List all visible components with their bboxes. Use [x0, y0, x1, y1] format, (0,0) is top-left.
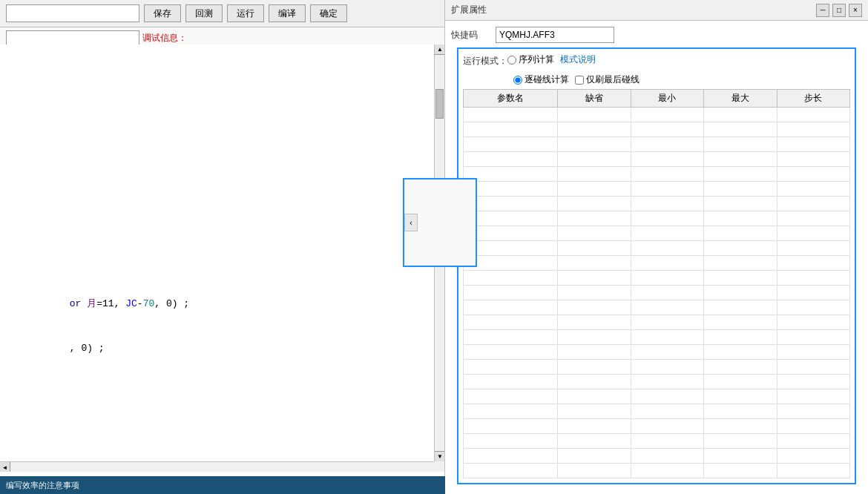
table-row: [464, 330, 850, 345]
scroll-left-arrow[interactable]: ◄: [0, 462, 10, 472]
table-row: [464, 375, 850, 389]
table-row: [464, 122, 850, 137]
sequential-label: 序列计算: [519, 53, 554, 66]
confirm-button[interactable]: 确定: [310, 4, 347, 22]
last-bar-checkbox[interactable]: [575, 76, 584, 85]
right-titlebar: 扩展属性 ─ □ ×: [445, 0, 868, 21]
col-step: 步长: [777, 90, 849, 108]
table-header-row: 参数名 缺省 最小 最大 步长: [464, 90, 850, 108]
left-arrow-icon: ‹: [410, 219, 412, 227]
table-row: [464, 182, 850, 197]
run-button[interactable]: 运行: [227, 4, 264, 22]
table-body: [464, 108, 850, 478]
right-panel: 扩展属性 ─ □ × 快捷码 运行模式： 序列计算: [445, 0, 868, 494]
run-mode-radio-group: 序列计算 模式说明: [507, 53, 596, 66]
code-comma-zero: , 0) ;: [154, 298, 189, 309]
collapse-arrow-btn[interactable]: ‹: [404, 214, 418, 231]
table-row: [464, 167, 850, 182]
table-row: [464, 108, 850, 122]
debug-input[interactable]: [6, 30, 139, 45]
scroll-down-arrow[interactable]: ▼: [435, 451, 444, 461]
left-panel: 保存 回测 运行 编译 确定 调试信息： or 月=11, JC-70, 0) …: [0, 0, 445, 494]
col-max: 最大: [704, 90, 777, 108]
table-row: [464, 449, 850, 464]
shortcut-label: 快捷码: [451, 29, 496, 42]
table-row: [464, 345, 850, 360]
scrollbar-corner: [434, 461, 444, 472]
table-row: [464, 152, 850, 167]
code-var-month: 月: [87, 298, 96, 309]
table-row: [464, 241, 850, 256]
window-controls: ─ □ ×: [816, 4, 862, 17]
run-mode-row: 运行模式： 序列计算 模式说明: [463, 53, 850, 69]
col-param-name: 参数名: [464, 90, 558, 108]
table-row: [464, 271, 850, 286]
table-row: [464, 226, 850, 241]
or-keyword: or: [64, 298, 87, 309]
table-row: [464, 300, 850, 315]
last-bar-option[interactable]: 仅刷最后碰线: [575, 73, 640, 86]
scroll-thumb-v[interactable]: [435, 89, 444, 119]
by-bar-option[interactable]: 逐碰线计算: [513, 73, 569, 86]
scroll-up-arrow[interactable]: ▲: [435, 45, 444, 55]
table-row: [464, 360, 850, 375]
by-bar-radio[interactable]: [513, 76, 522, 85]
table-row: [464, 286, 850, 300]
mode-explain-option[interactable]: 模式说明: [560, 53, 596, 66]
center-collapse-box: ‹: [403, 178, 477, 267]
code-content: or 月=11, JC-70, 0) ; , 0) ;: [0, 45, 434, 461]
minimize-button[interactable]: ─: [816, 4, 829, 17]
maximize-button[interactable]: □: [832, 4, 846, 17]
code-line2-text: , 0) ;: [64, 343, 105, 354]
by-bar-label: 逐碰线计算: [525, 73, 569, 86]
table-row: [464, 464, 850, 478]
table-row: [464, 197, 850, 211]
properties-area: 快捷码 运行模式： 序列计算 模式说明: [445, 21, 868, 494]
table-row: [464, 419, 850, 434]
shortcut-row: 快捷码: [451, 27, 862, 43]
table-row: [464, 315, 850, 330]
toolbar: 保存 回测 运行 编译 确定: [0, 0, 444, 27]
table-row: [464, 404, 850, 419]
last-bar-label: 仅刷最后碰线: [586, 73, 640, 86]
save-button[interactable]: 保存: [144, 4, 181, 22]
status-bar: 编写效率的注意事项: [0, 476, 445, 494]
sequential-option[interactable]: 序列计算: [507, 53, 554, 66]
recall-button[interactable]: 回测: [185, 4, 223, 22]
horizontal-scrollbar[interactable]: ◄ ►: [0, 461, 434, 472]
table-row: [464, 211, 850, 226]
code-equals: =11,: [96, 298, 125, 309]
table-row: [464, 434, 850, 449]
by-bar-row: 逐碰线计算 仅刷最后碰线: [463, 73, 850, 86]
sequential-radio[interactable]: [507, 56, 516, 65]
code-area[interactable]: or 月=11, JC-70, 0) ; , 0) ; ▲ ▼ ◄ ►: [0, 45, 444, 472]
table-header: 参数名 缺省 最小 最大 步长: [464, 90, 850, 108]
toolbar-input[interactable]: [6, 4, 139, 22]
param-table: 参数名 缺省 最小 最大 步长: [463, 89, 850, 478]
code-minus: -: [137, 298, 143, 309]
mode-explain-label: 模式说明: [560, 53, 596, 66]
code-num-70: 70: [143, 298, 155, 309]
table-row: [464, 137, 850, 152]
status-text: 编写效率的注意事项: [6, 480, 79, 491]
run-mode-label: 运行模式：: [463, 55, 507, 67]
shortcut-input[interactable]: [496, 27, 614, 43]
code-lines: or 月=11, JC-70, 0) ; , 0) ;: [6, 282, 189, 371]
right-panel-title: 扩展属性: [451, 4, 487, 16]
col-default: 缺省: [558, 90, 631, 108]
close-button[interactable]: ×: [849, 4, 862, 17]
debug-label: 调试信息：: [142, 32, 187, 45]
blue-section: 运行模式： 序列计算 模式说明 逐碰线计算: [457, 47, 856, 484]
code-line-2: , 0) ;: [6, 326, 189, 371]
compile-button[interactable]: 编译: [269, 4, 306, 22]
code-line-1: or 月=11, JC-70, 0) ;: [6, 282, 189, 326]
code-var-jc: JC: [125, 298, 137, 309]
table-row: [464, 389, 850, 404]
col-min: 最小: [631, 90, 703, 108]
table-row: [464, 256, 850, 271]
